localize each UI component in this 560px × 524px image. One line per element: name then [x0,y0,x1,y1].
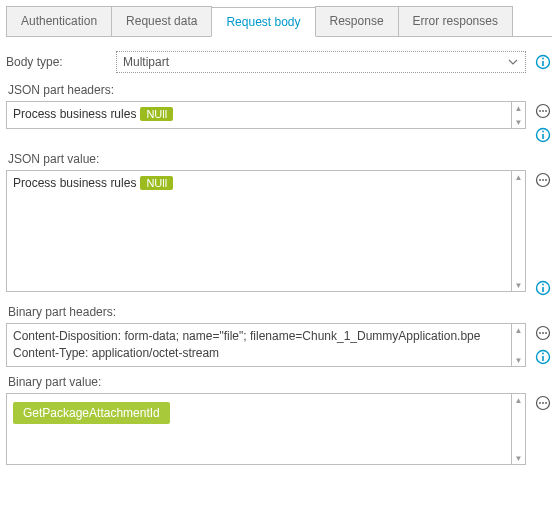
spin-down-icon[interactable]: ▼ [513,279,525,291]
ellipsis-icon[interactable] [534,171,552,189]
info-icon[interactable] [534,126,552,144]
svg-point-23 [542,353,544,355]
svg-point-26 [542,402,544,404]
tab-error-responses[interactable]: Error responses [398,6,513,36]
body-type-value: Multipart [123,55,169,69]
tab-label: Error responses [413,14,498,28]
svg-point-19 [542,332,544,334]
binary-headers-input[interactable]: Content-Disposition: form-data; name="fi… [6,323,512,367]
null-badge: NUll [140,176,173,190]
info-icon[interactable] [534,348,552,366]
ellipsis-icon[interactable] [534,324,552,342]
svg-point-13 [545,179,547,181]
null-badge: NUll [140,107,173,121]
spin-up-icon[interactable]: ▲ [513,171,525,183]
json-headers-input[interactable]: Process business rules NUll [6,101,512,129]
tab-label: Request data [126,14,197,28]
tab-label: Request body [226,15,300,29]
svg-point-25 [539,402,541,404]
svg-point-11 [539,179,541,181]
tab-authentication[interactable]: Authentication [6,6,112,36]
tab-label: Response [330,14,384,28]
spin-up-icon[interactable]: ▲ [513,102,525,114]
json-headers-label: JSON part headers: [8,83,552,97]
binary-value-input[interactable]: GetPackageAttachmentId [6,393,512,465]
expression-chip: Process business rules NUll [13,176,505,190]
spin-up-icon[interactable]: ▲ [513,324,525,336]
function-chip: GetPackageAttachmentId [13,402,170,424]
svg-point-5 [542,110,544,112]
spin-up-icon[interactable]: ▲ [513,394,525,406]
svg-point-18 [539,332,541,334]
binary-headers-label: Binary part headers: [8,305,552,319]
chevron-down-icon[interactable] [505,54,521,70]
svg-point-2 [542,58,544,60]
tab-response[interactable]: Response [315,6,399,36]
header-line-2: Content-Type: application/octet-stream [13,346,505,360]
json-value-label: JSON part value: [8,152,552,166]
tab-request-body[interactable]: Request body [211,7,315,37]
binary-value-label: Binary part value: [8,375,552,389]
info-icon[interactable] [534,53,552,71]
svg-point-16 [542,284,544,286]
expression-chip: Process business rules NUll [13,107,505,121]
spin-down-icon[interactable]: ▼ [513,116,525,128]
svg-point-27 [545,402,547,404]
chip-text: Process business rules [13,176,136,190]
svg-point-9 [542,131,544,133]
info-icon[interactable] [534,279,552,297]
header-line-1: Content-Disposition: form-data; name="fi… [13,329,505,343]
chip-text: Process business rules [13,107,136,121]
tab-label: Authentication [21,14,97,28]
json-value-input[interactable]: Process business rules NUll [6,170,512,292]
tab-request-data[interactable]: Request data [111,6,212,36]
body-type-label: Body type: [6,55,116,69]
svg-point-6 [545,110,547,112]
spin-down-icon[interactable]: ▼ [513,354,525,366]
tab-bar: Authentication Request data Request body… [6,6,552,37]
svg-point-12 [542,179,544,181]
ellipsis-icon[interactable] [534,394,552,412]
body-type-select[interactable]: Multipart [116,51,526,73]
svg-point-20 [545,332,547,334]
svg-point-4 [539,110,541,112]
ellipsis-icon[interactable] [534,102,552,120]
spin-down-icon[interactable]: ▼ [513,452,525,464]
